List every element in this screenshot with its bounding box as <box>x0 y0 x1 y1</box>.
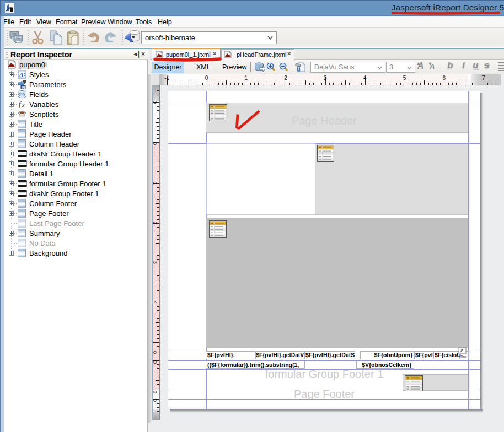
svg-text:A: A <box>19 71 23 78</box>
svg-text:IN: IN <box>22 85 25 89</box>
svg-text:{Bro: {Bro <box>459 355 467 359</box>
svg-text:x: x <box>22 102 25 108</box>
